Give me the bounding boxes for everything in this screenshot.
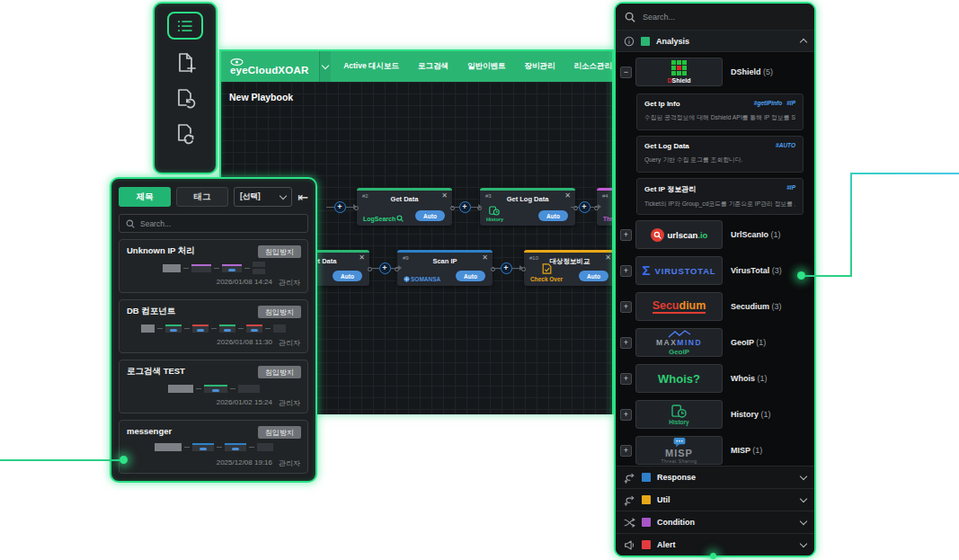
section-response[interactable]: Response <box>616 466 814 488</box>
tool-tile-whois[interactable]: Whois? <box>635 364 723 393</box>
thumb-node <box>192 443 214 451</box>
playbook-search-input[interactable]: Search... <box>119 214 308 233</box>
playbook-timestamp: 2025/12/08 19:16 <box>217 458 272 468</box>
tool-row-misp: +MISPThreat SharingMISP (1) <box>620 436 814 465</box>
info-icon <box>624 36 635 47</box>
tool-tile-misp[interactable]: MISPThreat Sharing <box>635 436 723 465</box>
playbook-list-icon[interactable] <box>167 12 203 40</box>
component-search-input[interactable]: Search... <box>616 4 814 31</box>
playbook-card[interactable]: DB 컴포넌트침입방지2026/01/08 11:30관리자 <box>119 299 308 353</box>
new-playbook-icon[interactable] <box>173 51 197 75</box>
action-card[interactable]: Get IP 정보관리#IPTicket의 IP와 Group_cd코드를 기준… <box>636 178 804 215</box>
section-analysis[interactable]: Analysis <box>616 31 814 52</box>
playbook-card[interactable]: messenger침입방지2025/12/08 19:16관리자 <box>119 420 308 474</box>
connector-line <box>571 207 579 208</box>
search-placeholder: Search... <box>643 13 675 22</box>
tool-label: GeoIP (1) <box>731 338 766 347</box>
close-icon[interactable]: ✕ <box>441 192 448 200</box>
close-icon[interactable]: ✕ <box>482 254 488 262</box>
history-icon <box>489 206 500 216</box>
nav-item-3[interactable]: 장비관리 <box>525 61 555 72</box>
expand-tool-button[interactable]: + <box>620 337 632 349</box>
expand-tool-button[interactable]: + <box>620 301 632 313</box>
workflow-node[interactable]: #9Scan IP✕SOMANSAAuto <box>397 250 493 286</box>
tool-row-secudium: +SecudiumSecudium (3) <box>620 292 814 321</box>
collapse-panel-icon[interactable]: ⇤ <box>297 191 308 203</box>
app-logo[interactable]: eyeCloudXOAR <box>221 51 319 82</box>
analysis-color-square <box>641 37 650 46</box>
section-alert[interactable]: Alert <box>616 533 814 556</box>
workflow-node[interactable]: #3Get Log Data✕HistoryAuto <box>480 188 575 226</box>
thumb-node <box>168 385 193 393</box>
close-icon[interactable]: ✕ <box>564 192 571 200</box>
playbook-card[interactable]: 로그검색 TEST침입방지2026/01/02 15:24관리자 <box>119 360 308 413</box>
section-label: Util <box>657 495 670 504</box>
expand-tool-button[interactable]: + <box>620 265 632 277</box>
tab-title[interactable]: 제목 <box>119 187 171 207</box>
add-node-button[interactable]: + <box>579 201 590 213</box>
expand-tool-button[interactable]: + <box>620 373 632 385</box>
action-tag: #IP <box>786 100 795 106</box>
nav-chevron-button[interactable] <box>319 51 331 82</box>
section-condition[interactable]: Condition <box>616 511 814 533</box>
add-node-button[interactable]: + <box>501 262 512 274</box>
section-util[interactable]: Util <box>616 488 814 511</box>
virustotal-logo-text: VIRUSTOTAL <box>655 266 716 276</box>
add-node-button[interactable]: + <box>334 201 346 213</box>
tool-row-virustotal: +ΣVIRUSTOTALVirusTotal (3) <box>620 256 814 285</box>
workflow-node[interactable]: #10대상정보비교✕Check OverAuto <box>524 250 612 286</box>
dshield-logo-icon <box>671 60 687 76</box>
nav-item-0[interactable]: Active 대시보드 <box>343 61 399 72</box>
action-card[interactable]: Get Ip Info#getIPinfo#IP수집된 공격정보에 대해 Dsh… <box>636 93 804 130</box>
node-brand-text: History <box>486 217 503 222</box>
tool-tile-dshield[interactable]: DShield <box>635 58 723 86</box>
playbook-import-icon[interactable] <box>173 86 197 110</box>
node-brand-text: Check Over <box>530 276 563 282</box>
tool-tile-secudium[interactable]: Secudium <box>635 292 723 321</box>
reply-plus-icon <box>624 472 635 484</box>
tab-tag[interactable]: 태그 <box>176 187 228 207</box>
playbook-export-icon[interactable] <box>173 121 197 145</box>
connector-line <box>451 207 459 208</box>
playbook-card[interactable]: Unknown IP 처리침입방지2026/01/08 14:24관리자 <box>119 239 308 293</box>
expand-tool-button[interactable]: + <box>620 229 632 241</box>
nav-item-2[interactable]: 일반이벤트 <box>467 61 506 72</box>
alert-speaker-icon <box>624 539 635 551</box>
collapse-tool-button[interactable]: − <box>620 67 632 78</box>
connector-arrow <box>398 265 402 271</box>
urlscan-logo: urlscan.io <box>651 228 708 242</box>
app-logo-text: eyeCloudXOAR <box>230 65 308 76</box>
section-label: Alert <box>657 540 676 549</box>
add-node-button[interactable]: + <box>379 262 391 274</box>
node-number: #3 <box>485 193 492 199</box>
chevron-down-icon <box>800 472 807 479</box>
close-icon[interactable]: ✕ <box>359 254 365 262</box>
tool-tile-geoip[interactable]: MAXMINDGeoIP <box>635 328 723 357</box>
nav-item-4[interactable]: 리소스관리 <box>574 61 613 72</box>
tool-label: Whois (1) <box>731 374 768 383</box>
geoip-logo-text: GeoIP <box>669 348 689 356</box>
expand-tool-button[interactable]: + <box>620 445 632 457</box>
tool-tile-history[interactable]: History <box>635 400 723 429</box>
tool-tile-virustotal[interactable]: ΣVIRUSTOTAL <box>635 256 723 285</box>
workflow-node[interactable]: #2Get Data✕LogSearchAuto <box>357 188 452 226</box>
action-card[interactable]: Get Log Data#AUTOQuery 기반 수집 로그를 조회합니다. <box>636 136 804 173</box>
node-brand-threat: Threat <box>603 216 612 222</box>
connector-line <box>371 268 379 269</box>
nav-item-1[interactable]: 로그검색 <box>418 61 448 72</box>
thumb-node <box>246 324 262 333</box>
node-connector: + <box>451 200 482 213</box>
close-icon[interactable]: ✕ <box>605 254 611 262</box>
filter-select[interactable]: [선택] <box>234 187 292 207</box>
analysis-tool-list: −DShieldDShield (5)Get Ip Info#getIPinfo… <box>616 52 814 466</box>
tool-tile-urlscanio[interactable]: urlscan.io <box>635 220 723 249</box>
thumb-link <box>238 328 244 329</box>
chevron-up-icon <box>800 39 807 46</box>
expand-tool-button[interactable]: + <box>620 409 632 421</box>
auto-badge: Auto <box>415 210 445 221</box>
section-color-square <box>642 495 651 504</box>
playbook-author: 관리자 <box>279 398 300 408</box>
add-node-button[interactable]: + <box>459 201 471 213</box>
auto-badge: Auto <box>538 210 568 221</box>
node-number: #4 <box>602 193 608 199</box>
